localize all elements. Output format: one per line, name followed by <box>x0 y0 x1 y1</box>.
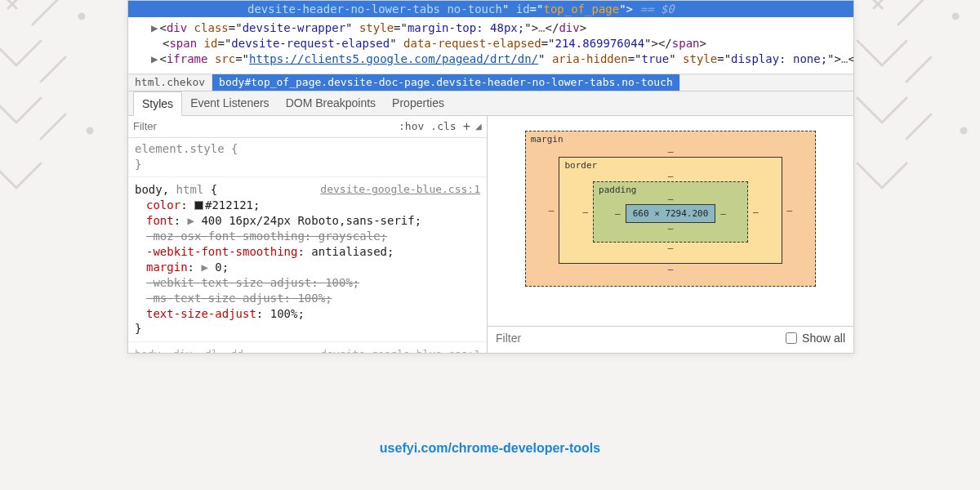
computed-pane: margin – – border – – padding <box>488 116 853 353</box>
tab-properties[interactable]: Properties <box>384 91 452 115</box>
styles-filter-input[interactable] <box>133 120 395 132</box>
tab-event-listeners[interactable]: Event Listeners <box>182 91 278 115</box>
footer-source-link[interactable]: usefyi.com/chrome-developer-tools <box>0 441 980 456</box>
rule-source-link[interactable]: devsite-google-blue.css:1 <box>320 182 480 197</box>
selected-class-value: devsite-header-no-lower-tabs no-touch <box>247 2 502 16</box>
cls-toggle[interactable]: .cls <box>427 120 459 132</box>
color-swatch-icon[interactable] <box>194 201 203 210</box>
svg-point-2 <box>953 14 958 19</box>
dom-tree[interactable]: ▶<div class="devsite-wrapper" style="mar… <box>128 17 853 74</box>
rule-selector: body, html { <box>135 183 217 196</box>
lower-split: :hov .cls + ◢ element.style { } devsite-… <box>128 116 853 353</box>
show-all-toggle[interactable]: Show all <box>786 332 845 345</box>
expand-arrow-icon[interactable]: ▶ <box>151 21 158 34</box>
box-model-diagram[interactable]: margin – – border – – padding <box>488 116 853 327</box>
overridden-rule: -ms-text-size-adjust: 100%; <box>135 291 480 306</box>
breadcrumb: html.chekov body#top_of_page.devsite-doc… <box>128 74 853 91</box>
selected-element-bar[interactable]: devsite-header-no-lower-tabs no-touch" i… <box>128 1 853 17</box>
styles-tabs: Styles Event Listeners DOM Breakpoints P… <box>128 91 853 116</box>
corner-resize-icon: ◢ <box>474 122 482 131</box>
computed-filter-input[interactable] <box>496 332 786 345</box>
styles-filter-row: :hov .cls + ◢ <box>128 116 487 138</box>
styles-pane: :hov .cls + ◢ element.style { } devsite-… <box>128 116 488 353</box>
tab-styles[interactable]: Styles <box>133 91 182 116</box>
hov-toggle[interactable]: :hov <box>395 120 427 132</box>
border-label: border <box>564 160 597 171</box>
padding-label: padding <box>599 185 636 195</box>
next-rule-peek: body, div, dl, dd devsite-google-blue.cs… <box>135 347 480 352</box>
svg-point-0 <box>79 14 84 19</box>
dom-node-div[interactable]: ▶<div class="devsite-wrapper" style="mar… <box>151 20 847 36</box>
dom-node-span[interactable]: <span id="devsite-request-elapsed" data-… <box>151 36 847 51</box>
computed-filter-row: Show all <box>488 327 853 353</box>
content-size: 660 × 7294.200 <box>626 204 716 223</box>
devtools-panel: devsite-header-no-lower-tabs no-touch" i… <box>127 0 854 354</box>
expand-arrow-icon[interactable]: ▶ <box>201 261 215 274</box>
breadcrumb-body[interactable]: body#top_of_page.devsite-doc-page.devsit… <box>212 74 680 91</box>
selected-id-value: top_of_page <box>543 2 619 16</box>
style-rules[interactable]: element.style { } devsite-google-blue.cs… <box>128 138 487 353</box>
margin-label: margin <box>531 134 564 145</box>
selected-equals-zero: == $0 <box>639 2 674 16</box>
new-style-rule-button[interactable]: + <box>460 119 474 134</box>
overridden-rule: -webkit-text-size-adjust: 100%; <box>135 275 480 291</box>
expand-arrow-icon[interactable]: ▶ <box>188 214 202 227</box>
show-all-checkbox[interactable] <box>786 332 797 344</box>
breadcrumb-html[interactable]: html.chekov <box>128 74 212 91</box>
svg-point-1 <box>87 128 92 133</box>
element-style-open: element.style { <box>135 141 480 157</box>
selected-id-attr: id <box>516 2 530 16</box>
svg-point-3 <box>961 128 966 133</box>
dom-node-iframe[interactable]: ▶<iframe src="https://clients5.google.co… <box>151 51 847 67</box>
tab-dom-breakpoints[interactable]: DOM Breakpoints <box>278 91 384 115</box>
element-style-close: } <box>135 157 480 172</box>
expand-arrow-icon[interactable]: ▶ <box>151 52 158 65</box>
overridden-rule: -moz-osx-font-smoothing: grayscale; <box>135 229 480 244</box>
